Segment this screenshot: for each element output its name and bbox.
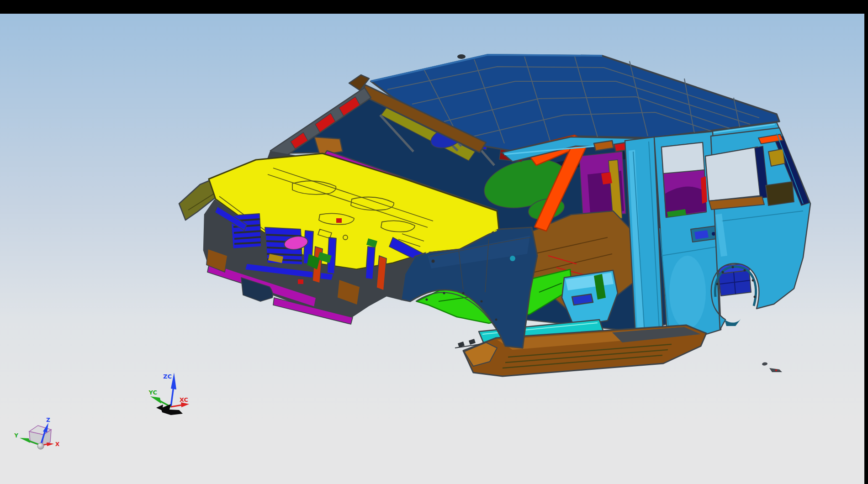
top-window-bar bbox=[0, 0, 868, 14]
debris-marks bbox=[762, 362, 782, 372]
abs-y-arrow bbox=[20, 438, 30, 443]
model-canvas[interactable]: ZC YC XC Z Y X bbox=[0, 0, 868, 484]
fender-teal-grommet bbox=[510, 256, 515, 261]
origin-sphere bbox=[37, 443, 44, 449]
abs-x-arrow bbox=[47, 442, 54, 446]
rear-door-window bbox=[662, 142, 707, 217]
window-glass bbox=[662, 142, 704, 174]
car-body-model[interactable] bbox=[179, 54, 810, 376]
abs-z-label: Z bbox=[46, 417, 50, 423]
quarter-window-glass bbox=[705, 147, 762, 201]
wcs-y-label: YC bbox=[148, 389, 158, 396]
absolute-triad: Z Y X bbox=[14, 417, 60, 449]
wcs-y-arrow bbox=[150, 396, 161, 404]
roof-antenna-nub bbox=[457, 54, 466, 59]
abs-x-label: X bbox=[55, 441, 60, 447]
wcs-z-label: ZC bbox=[163, 373, 172, 380]
wcs-x-label: XC bbox=[180, 396, 188, 403]
right-window-bar bbox=[864, 0, 868, 484]
wcs-triad[interactable]: ZC YC XC bbox=[148, 373, 190, 415]
cad-graphics-window[interactable]: ZC YC XC Z Y X bbox=[0, 0, 868, 484]
abs-y-label: Y bbox=[14, 432, 18, 439]
